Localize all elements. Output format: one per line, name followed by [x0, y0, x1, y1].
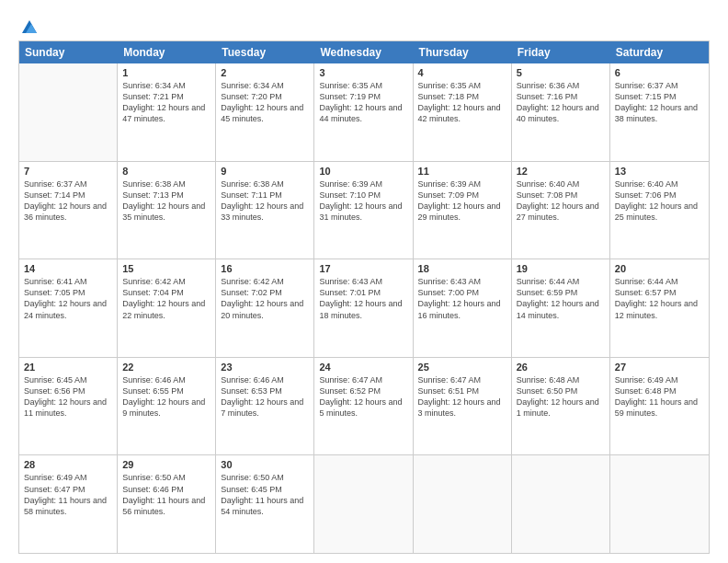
day-number: 24	[319, 362, 407, 373]
calendar-cell: 16Sunrise: 6:42 AM Sunset: 7:02 PM Dayli…	[216, 259, 314, 357]
day-number: 1	[122, 67, 210, 78]
day-info: Sunrise: 6:38 AM Sunset: 7:13 PM Dayligh…	[122, 178, 210, 224]
day-info: Sunrise: 6:40 AM Sunset: 7:08 PM Dayligh…	[517, 178, 605, 224]
calendar-cell: 17Sunrise: 6:43 AM Sunset: 7:01 PM Dayli…	[314, 259, 413, 357]
day-number: 16	[221, 263, 309, 274]
day-info: Sunrise: 6:50 AM Sunset: 6:45 PM Dayligh…	[221, 472, 309, 517]
day-info: Sunrise: 6:46 AM Sunset: 6:55 PM Dayligh…	[122, 374, 210, 419]
page: SundayMondayTuesdayWednesdayThursdayFrid…	[0, 0, 728, 563]
calendar-cell	[610, 455, 709, 553]
day-of-week-header: Sunday	[19, 41, 118, 63]
day-info: Sunrise: 6:37 AM Sunset: 7:14 PM Dayligh…	[24, 178, 112, 224]
calendar-cell: 30Sunrise: 6:50 AM Sunset: 6:45 PM Dayli…	[216, 455, 314, 553]
calendar-cell: 14Sunrise: 6:41 AM Sunset: 7:05 PM Dayli…	[19, 259, 118, 357]
day-number: 29	[122, 459, 210, 470]
day-info: Sunrise: 6:44 AM Sunset: 6:59 PM Dayligh…	[517, 276, 605, 321]
day-number: 11	[418, 166, 506, 177]
day-number: 9	[221, 166, 309, 177]
day-number: 10	[319, 166, 407, 177]
day-number: 26	[517, 362, 605, 373]
calendar-cell: 18Sunrise: 6:43 AM Sunset: 7:00 PM Dayli…	[414, 259, 512, 357]
day-info: Sunrise: 6:41 AM Sunset: 7:05 PM Dayligh…	[24, 276, 112, 321]
day-info: Sunrise: 6:39 AM Sunset: 7:10 PM Dayligh…	[319, 178, 407, 224]
calendar-cell: 6Sunrise: 6:37 AM Sunset: 7:15 PM Daylig…	[610, 63, 709, 161]
day-info: Sunrise: 6:34 AM Sunset: 7:20 PM Dayligh…	[221, 80, 309, 125]
calendar-row: 28Sunrise: 6:49 AM Sunset: 6:47 PM Dayli…	[19, 455, 709, 553]
day-number: 19	[517, 263, 605, 274]
calendar-cell: 29Sunrise: 6:50 AM Sunset: 6:46 PM Dayli…	[118, 455, 216, 553]
calendar-cell: 8Sunrise: 6:38 AM Sunset: 7:13 PM Daylig…	[118, 162, 216, 259]
day-info: Sunrise: 6:49 AM Sunset: 6:48 PM Dayligh…	[615, 374, 704, 419]
calendar-header: SundayMondayTuesdayWednesdayThursdayFrid…	[19, 41, 709, 63]
day-of-week-header: Thursday	[414, 41, 512, 63]
day-number: 23	[221, 362, 309, 373]
calendar-cell: 22Sunrise: 6:46 AM Sunset: 6:55 PM Dayli…	[118, 358, 216, 455]
day-number: 27	[615, 362, 704, 373]
calendar-cell: 21Sunrise: 6:45 AM Sunset: 6:56 PM Dayli…	[19, 358, 118, 455]
calendar-cell	[512, 455, 610, 553]
day-info: Sunrise: 6:43 AM Sunset: 7:00 PM Dayligh…	[418, 276, 506, 321]
day-of-week-header: Tuesday	[216, 41, 314, 63]
calendar-cell: 27Sunrise: 6:49 AM Sunset: 6:48 PM Dayli…	[610, 358, 709, 455]
calendar-cell: 20Sunrise: 6:44 AM Sunset: 6:57 PM Dayli…	[610, 259, 709, 357]
day-number: 14	[24, 263, 112, 274]
calendar-cell	[414, 455, 512, 553]
calendar-cell: 24Sunrise: 6:47 AM Sunset: 6:52 PM Dayli…	[314, 358, 413, 455]
calendar-cell: 28Sunrise: 6:49 AM Sunset: 6:47 PM Dayli…	[19, 455, 118, 553]
day-info: Sunrise: 6:44 AM Sunset: 6:57 PM Dayligh…	[615, 276, 704, 321]
calendar: SundayMondayTuesdayWednesdayThursdayFrid…	[18, 40, 710, 554]
calendar-row: 1Sunrise: 6:34 AM Sunset: 7:21 PM Daylig…	[19, 63, 709, 162]
calendar-cell	[19, 63, 118, 161]
day-number: 2	[221, 67, 309, 78]
day-of-week-header: Monday	[118, 41, 216, 63]
calendar-cell: 4Sunrise: 6:35 AM Sunset: 7:18 PM Daylig…	[414, 63, 512, 161]
calendar-cell: 12Sunrise: 6:40 AM Sunset: 7:08 PM Dayli…	[512, 162, 610, 259]
day-number: 7	[24, 166, 112, 177]
calendar-cell: 1Sunrise: 6:34 AM Sunset: 7:21 PM Daylig…	[118, 63, 216, 161]
day-info: Sunrise: 6:34 AM Sunset: 7:21 PM Dayligh…	[122, 80, 210, 125]
day-number: 28	[24, 459, 112, 470]
day-of-week-header: Saturday	[610, 41, 709, 63]
day-of-week-header: Wednesday	[314, 41, 413, 63]
calendar-cell: 7Sunrise: 6:37 AM Sunset: 7:14 PM Daylig…	[19, 162, 118, 259]
day-number: 6	[615, 67, 704, 78]
day-info: Sunrise: 6:47 AM Sunset: 6:52 PM Dayligh…	[319, 374, 407, 419]
calendar-cell: 23Sunrise: 6:46 AM Sunset: 6:53 PM Dayli…	[216, 358, 314, 455]
calendar-row: 7Sunrise: 6:37 AM Sunset: 7:14 PM Daylig…	[19, 162, 709, 260]
day-number: 15	[122, 263, 210, 274]
day-info: Sunrise: 6:49 AM Sunset: 6:47 PM Dayligh…	[24, 472, 112, 517]
day-info: Sunrise: 6:42 AM Sunset: 7:04 PM Dayligh…	[122, 276, 210, 321]
calendar-cell: 26Sunrise: 6:48 AM Sunset: 6:50 PM Dayli…	[512, 358, 610, 455]
calendar-cell: 25Sunrise: 6:47 AM Sunset: 6:51 PM Dayli…	[414, 358, 512, 455]
calendar-cell: 11Sunrise: 6:39 AM Sunset: 7:09 PM Dayli…	[414, 162, 512, 259]
day-number: 4	[418, 67, 506, 78]
day-info: Sunrise: 6:43 AM Sunset: 7:01 PM Dayligh…	[319, 276, 407, 321]
day-info: Sunrise: 6:42 AM Sunset: 7:02 PM Dayligh…	[221, 276, 309, 321]
day-number: 12	[517, 166, 605, 177]
day-info: Sunrise: 6:50 AM Sunset: 6:46 PM Dayligh…	[122, 472, 210, 517]
calendar-cell: 3Sunrise: 6:35 AM Sunset: 7:19 PM Daylig…	[314, 63, 413, 161]
calendar-cell: 13Sunrise: 6:40 AM Sunset: 7:06 PM Dayli…	[610, 162, 709, 259]
day-info: Sunrise: 6:48 AM Sunset: 6:50 PM Dayligh…	[517, 374, 605, 419]
day-info: Sunrise: 6:40 AM Sunset: 7:06 PM Dayligh…	[615, 178, 704, 224]
logo	[18, 17, 39, 31]
header	[18, 17, 710, 31]
day-number: 13	[615, 166, 704, 177]
day-number: 21	[24, 362, 112, 373]
logo-icon	[20, 17, 39, 35]
calendar-body: 1Sunrise: 6:34 AM Sunset: 7:21 PM Daylig…	[19, 63, 709, 553]
calendar-cell: 15Sunrise: 6:42 AM Sunset: 7:04 PM Dayli…	[118, 259, 216, 357]
day-info: Sunrise: 6:35 AM Sunset: 7:19 PM Dayligh…	[319, 80, 407, 125]
calendar-cell: 10Sunrise: 6:39 AM Sunset: 7:10 PM Dayli…	[314, 162, 413, 259]
day-info: Sunrise: 6:37 AM Sunset: 7:15 PM Dayligh…	[615, 80, 704, 125]
day-number: 20	[615, 263, 704, 274]
day-number: 8	[122, 166, 210, 177]
calendar-cell: 5Sunrise: 6:36 AM Sunset: 7:16 PM Daylig…	[512, 63, 610, 161]
day-info: Sunrise: 6:45 AM Sunset: 6:56 PM Dayligh…	[24, 374, 112, 419]
day-of-week-header: Friday	[512, 41, 610, 63]
day-number: 30	[221, 459, 309, 470]
day-info: Sunrise: 6:38 AM Sunset: 7:11 PM Dayligh…	[221, 178, 309, 224]
day-number: 22	[122, 362, 210, 373]
day-info: Sunrise: 6:46 AM Sunset: 6:53 PM Dayligh…	[221, 374, 309, 419]
calendar-row: 14Sunrise: 6:41 AM Sunset: 7:05 PM Dayli…	[19, 259, 709, 358]
